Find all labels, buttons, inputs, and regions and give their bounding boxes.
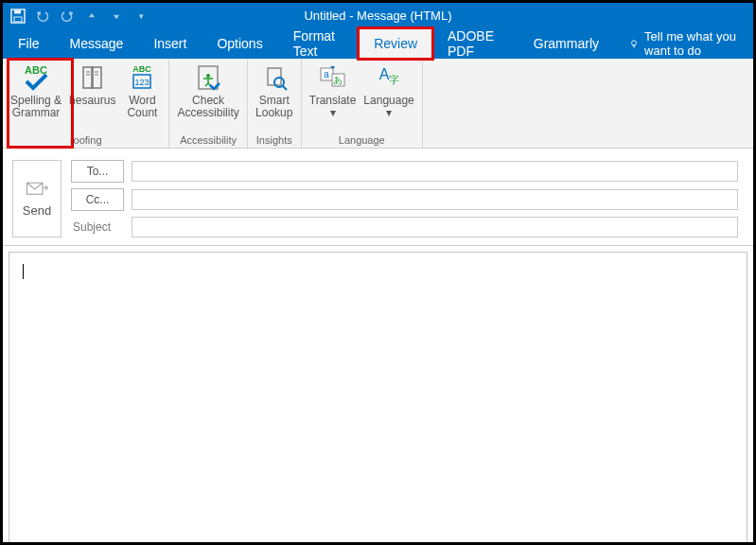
svg-rect-1 [14,9,21,13]
undo-icon[interactable] [35,9,50,24]
group-label-accessibility: Accessibility [173,134,242,148]
group-accessibility: Check Accessibility Accessibility [169,59,247,148]
to-input[interactable] [132,161,738,182]
chevron-down-icon: ▾ [330,107,336,119]
spelling-grammar-button[interactable]: ABC Spelling & Grammar [7,61,65,121]
compose-fields: To... Cc... Subject [71,160,738,237]
tab-adobe-pdf[interactable]: ADOBE PDF [432,28,519,59]
send-button[interactable]: Send [12,160,62,237]
word-count-button[interactable]: ABC 123 Word Count [119,61,165,121]
svg-text:字: 字 [389,74,399,85]
svg-text:ABC: ABC [25,64,47,76]
ribbon: ABC Spelling & Grammar hesaurus [3,59,753,149]
to-button[interactable]: To... [71,160,124,183]
save-icon[interactable] [10,9,26,24]
tab-grammarly[interactable]: Grammarly [519,28,614,59]
group-label-insights: Insights [252,134,297,148]
thesaurus-icon [78,62,108,93]
word-count-icon: ABC 123 [127,62,157,93]
svg-text:123: 123 [135,78,149,87]
tab-message[interactable]: Message [55,28,139,59]
send-icon [26,181,48,198]
redo-icon[interactable] [60,9,75,24]
quick-access-toolbar: ▾ [3,9,149,24]
message-body[interactable] [9,252,747,543]
group-proofing: ABC Spelling & Grammar hesaurus [3,59,169,148]
qat-customize-icon[interactable]: ▾ [133,9,149,24]
svg-line-20 [283,86,287,90]
svg-rect-2 [14,17,22,22]
spelling-icon: ABC [21,62,51,93]
svg-text:a: a [324,69,329,79]
thesaurus-button[interactable]: hesaurus [65,61,119,109]
language-icon: A 字 [374,62,404,93]
svg-point-17 [206,74,210,78]
tab-insert[interactable]: Insert [138,28,202,59]
translate-button[interactable]: a あ Translate ▾ [306,61,360,121]
up-arrow-icon[interactable] [84,9,99,24]
title-bar: ▾ Untitled - Message (HTML) [3,3,753,28]
language-button[interactable]: A 字 Language ▾ [360,61,417,121]
compose-header: Send To... Cc... Subject [3,149,753,246]
svg-text:ABC: ABC [133,64,152,74]
subject-input[interactable] [132,217,738,237]
text-cursor [23,264,24,279]
subject-label: Subject [71,220,124,234]
lightbulb-icon [629,37,639,50]
smart-lookup-button[interactable]: Smart Lookup [252,61,297,121]
translate-icon: a あ [318,62,348,93]
group-label-language: Language [306,134,418,148]
tab-file[interactable]: File [3,28,55,59]
tab-options[interactable]: Options [202,28,277,59]
chevron-down-icon: ▾ [386,107,392,119]
group-label-proofing: roofing [7,134,165,148]
smart-lookup-icon [259,62,290,93]
tab-review[interactable]: Review [359,28,432,59]
group-language: a あ Translate ▾ A 字 Language ▾ [302,59,423,148]
cc-input[interactable] [132,189,738,210]
cc-button[interactable]: Cc... [71,188,124,211]
tab-format-text[interactable]: Format Text [278,28,359,59]
svg-text:あ: あ [333,75,343,85]
ribbon-tab-row: File Message Insert Options Format Text … [3,28,753,59]
check-accessibility-button[interactable]: Check Accessibility [173,61,242,121]
tell-me-label: Tell me what you want to do [644,29,753,58]
down-arrow-icon[interactable] [109,9,124,24]
send-label: Send [23,203,51,218]
tell-me-search[interactable]: Tell me what you want to do [614,28,753,59]
accessibility-icon [193,62,223,93]
svg-point-3 [632,41,637,45]
group-insights: Smart Lookup Insights [248,59,302,148]
